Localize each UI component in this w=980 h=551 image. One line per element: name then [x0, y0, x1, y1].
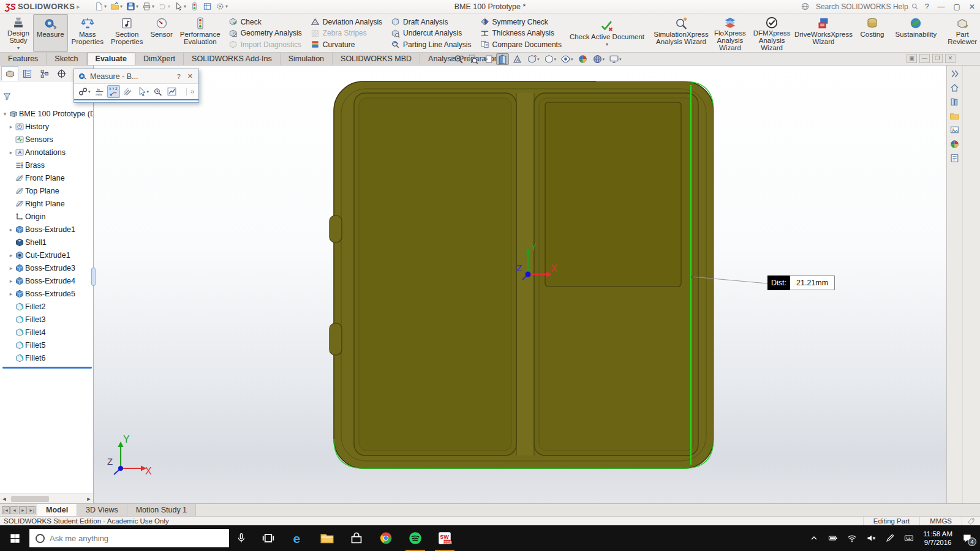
- doc-tab-model[interactable]: Model: [37, 504, 77, 516]
- headsup-section-view-button[interactable]: [496, 53, 509, 65]
- rollback-bar[interactable]: [2, 367, 92, 369]
- close-window-button[interactable]: ✕: [945, 54, 956, 63]
- taskbar-spotify-button[interactable]: [401, 525, 430, 551]
- panel-splitter-handle[interactable]: [91, 268, 96, 286]
- expand-arrow-icon[interactable]: ▸: [7, 291, 15, 297]
- measure-tool-xyz-measure[interactable]: XYZ: [107, 85, 120, 98]
- measure-close-button[interactable]: ✕: [186, 72, 195, 80]
- qat-select-button[interactable]: ▾: [173, 1, 187, 12]
- measure-tool-projected-measure[interactable]: [121, 85, 134, 98]
- tree-item-shell1[interactable]: Shell1: [1, 236, 93, 249]
- taskpane-collapse-chevron-button[interactable]: [949, 69, 960, 79]
- expand-arrow-icon[interactable]: ▸: [7, 278, 15, 284]
- tray-keyboard-button[interactable]: [904, 533, 914, 543]
- taskpane-design-library-button[interactable]: [949, 97, 960, 107]
- tab-features[interactable]: Features: [0, 53, 47, 65]
- expand-arrow-icon[interactable]: ▸: [7, 265, 15, 271]
- logo-expand-icon[interactable]: ▸: [77, 4, 80, 10]
- headsup-zoom-fit-button[interactable]: [452, 53, 465, 65]
- start-button[interactable]: [0, 525, 29, 551]
- qat-rebuild-button[interactable]: [189, 1, 200, 12]
- help-button[interactable]: ?: [925, 2, 929, 11]
- expand-arrow-icon[interactable]: ▸: [7, 124, 15, 130]
- tray-battery-button[interactable]: [828, 533, 838, 543]
- tree-item-brass[interactable]: Brass: [1, 159, 93, 171]
- ribbon-button-measure[interactable]: Measure: [33, 14, 68, 52]
- taskbar-task-view-button[interactable]: [254, 525, 283, 551]
- headsup-annotation-views-button[interactable]: A: [511, 53, 524, 65]
- doc-tab-motion-study-1[interactable]: Motion Study 1: [127, 504, 196, 516]
- headsup-view-orientation-button[interactable]: ▾: [526, 53, 541, 65]
- taskpane-file-explorer-button[interactable]: [949, 111, 960, 121]
- tree-item-right-plane[interactable]: Right Plane: [1, 197, 93, 210]
- measure-tool-measure-history[interactable]: [151, 85, 164, 98]
- qat-print-button[interactable]: ▾: [141, 1, 156, 12]
- tab-sketch[interactable]: Sketch: [47, 53, 86, 65]
- ribbon-button-mass-properties[interactable]: Mass Properties: [68, 14, 107, 52]
- measure-tool-quick-graph[interactable]: [165, 85, 178, 98]
- ribbon-button-floxpress-analysis-wizard[interactable]: FloXpress Analysis Wizard: [710, 14, 750, 52]
- measure-overflow-button[interactable]: [186, 88, 196, 96]
- ribbon-button-design-study[interactable]: Design Study▾: [4, 14, 33, 52]
- ribbon-button-performance-evaluation[interactable]: Performance Evaluation: [176, 14, 224, 52]
- next-tab-button[interactable]: ►: [19, 506, 27, 514]
- tree-root-item[interactable]: ▾BME 100 Prototype (D: [1, 107, 93, 120]
- cortana-search-box[interactable]: [29, 529, 229, 547]
- headsup-zoom-area-button[interactable]: [467, 53, 480, 65]
- web-help-icon[interactable]: [801, 2, 810, 11]
- close-button[interactable]: ✕: [969, 2, 975, 11]
- ribbon-button-check[interactable]: Check: [228, 17, 302, 27]
- tray-pen-button[interactable]: [885, 533, 895, 543]
- ribbon-button-symmetry-check[interactable]: Symmetry Check: [480, 17, 562, 27]
- quick-tip-icon[interactable]: [962, 517, 980, 525]
- help-search-input[interactable]: [816, 2, 908, 11]
- taskpane-resources-home-button[interactable]: [949, 83, 960, 93]
- filter-funnel-icon[interactable]: [2, 92, 12, 101]
- ribbon-button-undercut-analysis[interactable]: Undercut Analysis: [391, 28, 471, 39]
- scrollbar-thumb[interactable]: [11, 496, 49, 502]
- taskbar-clock[interactable]: 11:58 AM 9/7/2016: [923, 530, 952, 547]
- tab-solidworks-mbd[interactable]: SOLIDWORKS MBD: [333, 53, 420, 65]
- doc-tab-3d-views[interactable]: 3D Views: [77, 504, 127, 516]
- minimize-window-button[interactable]: —: [919, 54, 930, 63]
- ribbon-button-curvature[interactable]: Curvature: [311, 39, 382, 50]
- tab-solidworks-add-ins[interactable]: SOLIDWORKS Add-Ins: [184, 53, 281, 65]
- ribbon-button-sensor[interactable]: Sensor: [146, 14, 176, 52]
- tree-item-boss-extrude4[interactable]: ▸Boss-Extrude4: [1, 274, 93, 287]
- headsup-display-style-button[interactable]: ▾: [543, 53, 558, 65]
- ribbon-button-sustainability[interactable]: Sustainability: [891, 14, 940, 52]
- tree-item-fillet6[interactable]: Fillet6: [1, 351, 93, 364]
- tab-dimxpert[interactable]: DimXpert: [135, 53, 184, 65]
- panel-tab-featuremanager[interactable]: [1, 66, 18, 81]
- first-tab-button[interactable]: |◄: [2, 506, 10, 514]
- prev-tab-button[interactable]: ◄: [10, 506, 18, 514]
- headsup-edit-appearance-button[interactable]: [576, 53, 589, 65]
- taskbar-chrome-button[interactable]: [371, 525, 401, 551]
- expand-arrow-icon[interactable]: ▸: [7, 252, 15, 258]
- measure-help-button[interactable]: ?: [175, 73, 183, 80]
- restore2-window-button[interactable]: ❐: [932, 54, 943, 63]
- cortana-search-input[interactable]: [50, 534, 223, 543]
- ribbon-button-deviation-analysis[interactable]: Deviation Analysis: [311, 17, 382, 27]
- expand-arrow-icon[interactable]: ▸: [7, 149, 15, 156]
- qat-options-gear-button[interactable]: ▾: [214, 1, 229, 12]
- graphics-viewport[interactable]: Y X Z Y X Z Dist:: [94, 66, 946, 503]
- tree-item-origin[interactable]: Origin: [1, 210, 93, 223]
- ribbon-button-part-reviewer[interactable]: Part Reviewer: [944, 14, 980, 52]
- measure-dialog[interactable]: Measure - B... ? ✕ ▾inmmXYZ▾: [74, 69, 199, 103]
- scroll-right-icon[interactable]: ►: [85, 496, 93, 502]
- tree-item-boss-extrude1[interactable]: ▸Boss-Extrude1: [1, 223, 93, 236]
- measure-dialog-titlebar[interactable]: Measure - B... ? ✕: [74, 69, 198, 83]
- units-label[interactable]: MMGS: [919, 517, 962, 525]
- taskbar-store-button[interactable]: [342, 525, 371, 551]
- ribbon-button-thickness-analysis[interactable]: Thickness Analysis: [480, 28, 562, 39]
- qat-undo-button[interactable]: ▾: [157, 1, 172, 12]
- minimize-button[interactable]: —: [938, 2, 945, 11]
- qat-new-document-button[interactable]: ▾: [93, 1, 108, 12]
- headsup-hide-show-button[interactable]: ▾: [559, 53, 575, 65]
- ribbon-button-simulationxpress-analysis-wizard[interactable]: SimulationXpress Analysis Wizard: [652, 14, 710, 52]
- panel-tab-propertymanager[interactable]: [18, 66, 36, 81]
- measure-tool-selection-filter[interactable]: ▾: [135, 85, 151, 98]
- headsup-apply-scene-button[interactable]: ▾: [591, 53, 606, 65]
- tab-simulation[interactable]: Simulation: [281, 53, 333, 65]
